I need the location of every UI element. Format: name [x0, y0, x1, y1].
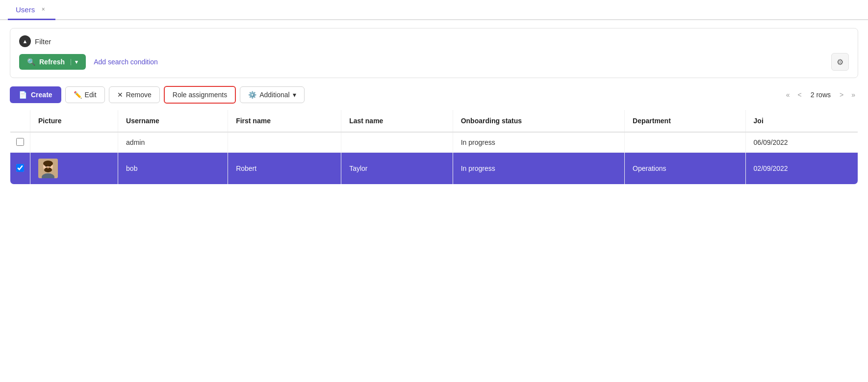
search-icon: 🔍 — [27, 58, 35, 66]
rows-count: 2 rows — [807, 91, 835, 99]
filter-toggle-icon[interactable]: ▲ — [19, 35, 31, 47]
data-table: Picture Username First name Last name On… — [10, 109, 858, 185]
remove-button[interactable]: ✕ Remove — [109, 86, 160, 103]
row-last-name — [341, 132, 453, 153]
table-header-picture: Picture — [30, 110, 118, 133]
app-container: Users × ▲ Filter 🔍 Refresh ▾ Add search … — [0, 0, 868, 382]
svg-point-5 — [50, 165, 51, 167]
row-joined: 06/09/2022 — [745, 132, 858, 153]
gear-icon: ⚙️ — [248, 91, 256, 99]
row-first-name — [228, 132, 341, 153]
table-header-first-name: First name — [228, 110, 341, 133]
refresh-label: Refresh — [39, 58, 65, 66]
row-onboarding-status: In progress — [453, 132, 624, 153]
table-header-last-name: Last name — [341, 110, 453, 133]
edit-label: Edit — [85, 91, 97, 99]
page-first-button[interactable]: « — [783, 90, 793, 100]
page-next-button[interactable]: > — [837, 90, 846, 100]
role-assignments-button[interactable]: Role assignments — [164, 86, 236, 104]
row-username: admin — [118, 132, 228, 153]
filter-title: Filter — [35, 37, 51, 46]
filter-actions-right: ⚙ — [166, 53, 849, 71]
row-joined: 02/09/2022 — [745, 153, 858, 185]
main-content: ▲ Filter 🔍 Refresh ▾ Add search conditio… — [0, 20, 868, 192]
create-icon: 📄 — [19, 91, 27, 99]
settings-button[interactable]: ⚙ — [831, 53, 849, 71]
tab-bar: Users × — [0, 0, 868, 20]
row-checkbox-cell — [10, 132, 30, 153]
row-department — [625, 132, 746, 153]
page-prev-button[interactable]: < — [795, 90, 805, 100]
svg-point-2 — [43, 161, 53, 166]
remove-icon: ✕ — [117, 91, 123, 99]
row-checkbox-1[interactable] — [16, 164, 24, 172]
table-row[interactable]: bobRobertTaylorIn progressOperations02/0… — [10, 153, 858, 185]
add-search-condition-button[interactable]: Add search condition — [92, 54, 160, 70]
svg-point-4 — [46, 165, 47, 167]
edit-button[interactable]: ✏️ Edit — [65, 86, 105, 103]
row-username: bob — [118, 153, 228, 185]
additional-label: Additional — [259, 91, 290, 99]
page-last-button[interactable]: » — [848, 90, 858, 100]
row-onboarding-status: In progress — [453, 153, 624, 185]
row-picture-cell — [30, 132, 118, 153]
svg-point-6 — [48, 167, 49, 168]
create-label: Create — [31, 91, 52, 99]
row-checkbox-cell — [10, 153, 30, 185]
table-header-onboarding-status: Onboarding status — [453, 110, 624, 133]
row-first-name: Robert — [228, 153, 341, 185]
row-last-name: Taylor — [341, 153, 453, 185]
table-header-row: Picture Username First name Last name On… — [10, 110, 858, 133]
toolbar: 📄 Create ✏️ Edit ✕ Remove Role assignmen… — [10, 86, 858, 109]
pagination: « < 2 rows > » — [783, 90, 858, 100]
filter-actions-row: 🔍 Refresh ▾ Add search condition ⚙ — [19, 53, 849, 71]
role-assignments-label: Role assignments — [173, 91, 227, 99]
table-row[interactable]: adminIn progress06/09/2022 — [10, 132, 858, 153]
settings-icon: ⚙ — [837, 57, 843, 67]
row-picture-cell — [30, 153, 118, 185]
refresh-button[interactable]: 🔍 Refresh ▾ — [19, 54, 86, 70]
tab-users-label: Users — [16, 5, 35, 14]
additional-dropdown-arrow: ▾ — [293, 91, 296, 99]
table-header-checkbox-col — [10, 110, 30, 133]
create-button[interactable]: 📄 Create — [10, 86, 61, 103]
avatar — [38, 159, 58, 178]
table-header-department: Department — [625, 110, 746, 133]
edit-icon: ✏️ — [74, 91, 82, 99]
filter-header: ▲ Filter — [19, 35, 849, 47]
tab-users[interactable]: Users × — [8, 0, 55, 20]
table-header-username: Username — [118, 110, 228, 133]
tab-close-button[interactable]: × — [39, 5, 48, 14]
row-department: Operations — [625, 153, 746, 185]
table-header-joined: Joi — [745, 110, 858, 133]
additional-button[interactable]: ⚙️ Additional ▾ — [240, 86, 305, 103]
filter-panel: ▲ Filter 🔍 Refresh ▾ Add search conditio… — [10, 28, 858, 78]
refresh-dropdown-arrow: ▾ — [71, 59, 78, 65]
remove-label: Remove — [126, 91, 152, 99]
row-checkbox-0[interactable] — [16, 138, 24, 146]
